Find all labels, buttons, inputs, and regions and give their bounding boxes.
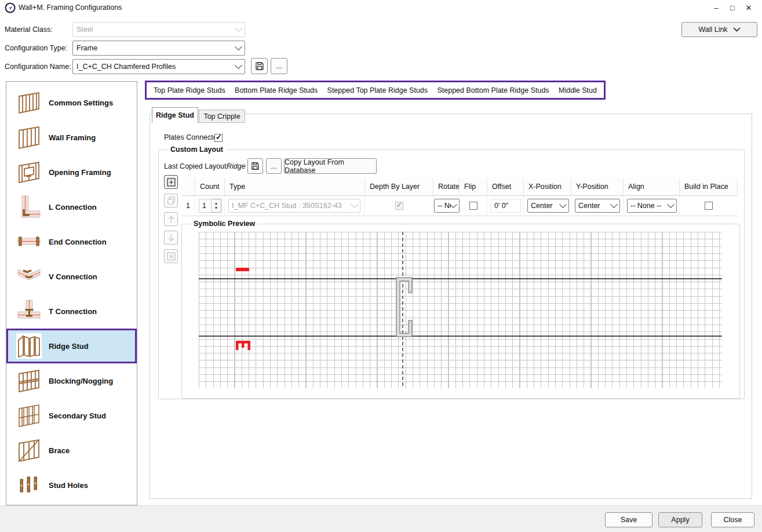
app-logo-icon	[5, 2, 16, 13]
sidebar-item-l-connection[interactable]: L Connection	[6, 190, 137, 224]
sidebar-item-brace[interactable]: Brace	[6, 433, 137, 468]
symbolic-preview-title: Symbolic Preview	[191, 220, 258, 228]
sidebar-item-wall-framing[interactable]: Wall Framing	[6, 120, 137, 155]
count-header: Count	[195, 178, 225, 196]
align-select[interactable]: -- None --	[627, 199, 677, 213]
configuration-more-button[interactable]: ...	[271, 58, 287, 74]
count-cell: 1 ▲▼	[195, 196, 225, 216]
build-in-place-header: Build in Place	[680, 178, 738, 196]
sidebar-item-secondary-stud[interactable]: Secondary Stud	[6, 398, 137, 433]
move-row-down-button[interactable]	[164, 231, 178, 245]
rotate-select[interactable]: -- None --	[434, 199, 460, 213]
sidebar-item-blocking-nogging[interactable]: Blocking/Nogging	[6, 363, 137, 398]
offset-input[interactable]: 0' 0"	[491, 199, 521, 213]
count-input[interactable]: 1	[199, 199, 212, 213]
rotate-cell: -- None --	[433, 196, 460, 216]
stud-profile-shape	[396, 278, 412, 337]
material-class-select: Steel	[72, 22, 245, 37]
type-select: I_MF C+C_CH Stud : 350S162-43	[228, 199, 360, 213]
t-connection-plan-icon	[16, 298, 42, 324]
sidebar-item-stud-holes[interactable]: Stud Holes	[6, 468, 137, 502]
delete-icon	[166, 252, 176, 261]
tab-ridge-stud[interactable]: Ridge Stud	[152, 107, 198, 123]
arrow-up-icon	[166, 214, 176, 224]
configuration-name-label: Configuration Name:	[5, 63, 71, 71]
row-number-header	[181, 178, 195, 196]
chevron-down-icon	[733, 27, 741, 32]
align-header: Align	[624, 178, 680, 196]
depth-by-layer-checkbox	[395, 202, 403, 210]
v-connection-plan-icon	[16, 264, 42, 289]
y-position-header: Y-Position	[571, 178, 624, 196]
stud-holes-icon	[16, 472, 42, 498]
tab-bottom-plate-ridge-studs[interactable]: Bottom Plate Ridge Studs	[235, 86, 318, 94]
end-connection-plan-icon	[16, 229, 42, 254]
last-copied-layout-label: Last Copied Layout:	[164, 162, 228, 170]
window-controls: – □ ✕	[708, 2, 757, 13]
sidebar-item-end-connection[interactable]: End Connection	[6, 224, 137, 259]
x-position-header: X-Position	[524, 178, 571, 196]
opening-frame-icon	[16, 159, 42, 185]
add-row-button[interactable]	[164, 175, 178, 189]
tab-stepped-top-plate-ridge-studs[interactable]: Stepped Top Plate Ridge Studs	[327, 86, 428, 94]
wall-link-button[interactable]: Wall Link	[681, 22, 757, 37]
configuration-name-select[interactable]: I_C+C_CH Chamfered Profiles	[72, 59, 245, 74]
configuration-type-label: Configuration Type:	[5, 44, 67, 52]
duplicate-row-button[interactable]	[164, 194, 178, 207]
category-sidebar: Common Settings Wall Framing Opening Fra…	[6, 81, 137, 505]
y-position-select[interactable]: Center	[575, 199, 620, 213]
sidebar-item-ridge-stud[interactable]: Ridge Stud	[6, 329, 137, 363]
folded-wall-icon	[16, 333, 42, 359]
arrow-down-icon	[166, 233, 176, 243]
count-stepper[interactable]: ▲▼	[212, 199, 221, 213]
close-icon[interactable]: ✕	[741, 2, 757, 13]
apply-button[interactable]: Apply	[658, 512, 702, 527]
row-number-cell: 1	[181, 196, 195, 216]
window-title: Wall+M. Framing Configurations	[19, 3, 122, 12]
save-icon	[254, 61, 265, 71]
save-button[interactable]: Save	[605, 512, 652, 527]
build-in-place-checkbox[interactable]	[705, 202, 713, 210]
align-cell: -- None --	[624, 196, 680, 216]
add-icon	[166, 177, 176, 187]
minimize-button[interactable]: –	[708, 2, 724, 13]
layout-table: Count Type Depth By Layer Rotate Flip Of…	[181, 178, 738, 216]
x-position-select[interactable]: Center	[527, 199, 569, 213]
chevron-down-icon	[559, 201, 567, 208]
framed-wall-icon	[16, 90, 42, 115]
chevron-down-icon	[235, 61, 242, 69]
tab-top-plate-ridge-studs[interactable]: Top Plate Ridge Studs	[154, 86, 225, 94]
save-icon	[250, 161, 260, 171]
flip-header: Flip	[460, 178, 487, 196]
rotate-header: Rotate	[433, 178, 460, 196]
table-row: 1 1 ▲▼ I_MF C+C_CH Stud : 350S162-43 -- …	[181, 196, 738, 216]
framing-configurations-window: Wall+M. Framing Configurations – □ ✕ Mat…	[0, 0, 762, 532]
flip-checkbox[interactable]	[469, 202, 477, 210]
close-button[interactable]: Close	[711, 512, 754, 527]
maximize-button[interactable]: □	[724, 2, 741, 13]
copy-icon	[166, 196, 176, 206]
plates-connected-checkbox[interactable]	[214, 134, 223, 142]
symbolic-preview-canvas	[199, 232, 722, 388]
custom-layout-title: Custom Layout	[167, 145, 226, 154]
layout-table-header: Count Type Depth By Layer Rotate Flip Of…	[181, 178, 738, 196]
plates-connected-label: Plates Connected	[164, 133, 221, 141]
chevron-down-icon	[450, 201, 457, 208]
tab-stepped-bottom-plate-ridge-studs[interactable]: Stepped Bottom Plate Ridge Studs	[437, 86, 549, 94]
build-in-place-cell	[680, 196, 738, 216]
chevron-down-icon	[235, 24, 242, 32]
sidebar-item-common-settings[interactable]: Common Settings	[6, 85, 137, 120]
tab-middle-stud[interactable]: Middle Stud	[559, 86, 597, 94]
configuration-type-select[interactable]: Frame	[72, 41, 245, 56]
sidebar-item-t-connection[interactable]: T Connection	[6, 294, 137, 329]
save-layout-button[interactable]	[247, 158, 263, 174]
tab-top-cripple[interactable]: Top Cripple	[199, 110, 245, 123]
copy-layout-from-database-button[interactable]: Copy Layout From Database	[284, 158, 377, 174]
delete-row-button[interactable]	[164, 249, 178, 263]
sidebar-item-opening-framing[interactable]: Opening Framing	[6, 155, 137, 190]
save-configuration-button[interactable]	[251, 58, 268, 74]
layout-more-button[interactable]: ...	[266, 158, 282, 174]
move-row-up-button[interactable]	[164, 212, 178, 226]
chevron-down-icon	[351, 201, 358, 208]
sidebar-item-v-connection[interactable]: V Connection	[6, 259, 137, 294]
